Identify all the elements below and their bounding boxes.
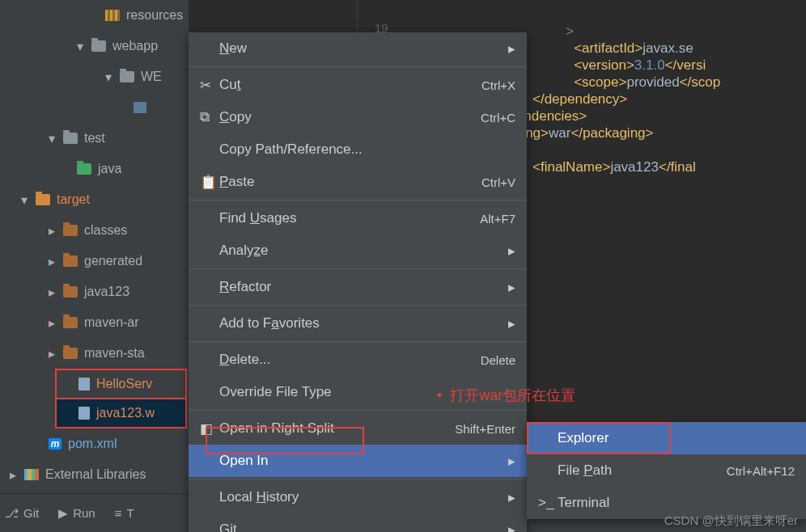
tree-item-java123[interactable]: java123	[0, 277, 189, 307]
tree-label: HelloServ	[96, 377, 152, 391]
menu-cut[interactable]: ✂CutCtrl+X	[189, 69, 527, 101]
tree-item-java123w[interactable]: java123.w	[55, 398, 187, 429]
menu-git[interactable]: Git▸	[189, 513, 527, 532]
shortcut: Ctrl+Alt+F12	[727, 464, 795, 478]
menu-copy-path[interactable]: Copy Path/Reference...	[189, 133, 527, 166]
chevron-right-icon: ▸	[508, 453, 515, 470]
chevron-right-icon	[49, 223, 58, 239]
chevron-right-icon: ▸	[508, 521, 515, 533]
tree-label: pom.xml	[68, 437, 117, 451]
tree-label: classes	[84, 223, 127, 238]
folder-icon	[91, 40, 106, 52]
resources-icon	[105, 10, 120, 21]
chevron-right-icon: ▸	[508, 489, 515, 506]
folder-icon	[63, 133, 78, 144]
folder-icon	[63, 317, 78, 328]
statusbar-run[interactable]: ▶Run	[58, 506, 95, 521]
shortcut: Ctrl+X	[481, 78, 515, 92]
menu-copy[interactable]: ⧉CopyCtrl+C	[189, 101, 527, 133]
menu-local-history[interactable]: Local History▸	[189, 481, 527, 513]
folder-icon	[63, 286, 78, 298]
chevron-right-icon	[10, 467, 19, 483]
tree-item-testjava[interactable]: java	[0, 154, 189, 184]
tree-item-classes[interactable]: classes	[0, 215, 189, 246]
tree-item-external-libs[interactable]: External Libraries	[0, 459, 189, 490]
tree-item-resources[interactable]: resources	[0, 0, 189, 31]
tree-label: maven-ar	[84, 315, 139, 330]
tree-item-mavensta[interactable]: maven-sta	[0, 338, 189, 369]
chevron-right-icon	[49, 346, 58, 361]
tree-item-webapp[interactable]: webapp	[0, 31, 189, 61]
context-menu: New▸ ✂CutCtrl+X ⧉CopyCtrl+C Copy Path/Re…	[189, 32, 527, 532]
tree-item-webxml[interactable]	[0, 92, 189, 123]
menu-analyze[interactable]: Analyze▸	[189, 234, 527, 267]
list-icon: ≡	[115, 506, 122, 520]
tree-label: java123	[84, 285, 129, 299]
terminal-icon: >_	[538, 495, 558, 511]
tree-item-helloserv[interactable]: HelloServ	[55, 369, 187, 399]
folder-icon	[36, 194, 50, 205]
chevron-right-icon	[49, 315, 58, 331]
highlight-box-explorer	[527, 422, 671, 454]
maven-icon: m	[49, 438, 62, 450]
chevron-right-icon: ▸	[508, 40, 515, 57]
cut-icon: ✂	[200, 77, 219, 94]
menu-add-favorites[interactable]: Add to Favorites▸	[189, 307, 527, 340]
folder-icon	[63, 255, 78, 267]
tree-item-generated[interactable]: generated	[0, 246, 189, 277]
chevron-down-icon	[77, 39, 87, 54]
shortcut: Alt+F7	[480, 212, 515, 226]
highlight-box-openin	[206, 427, 364, 454]
chevron-right-icon	[49, 254, 58, 269]
tree-label: target	[57, 192, 90, 207]
chevron-down-icon	[49, 131, 58, 146]
folder-icon	[77, 163, 91, 175]
chevron-right-icon: ▸	[508, 279, 515, 296]
tree-item-mavenar[interactable]: maven-ar	[0, 307, 189, 338]
chevron-right-icon: ▸	[508, 315, 515, 332]
shortcut: Delete	[481, 353, 515, 367]
tree-label: resources	[126, 8, 183, 23]
menu-delete[interactable]: Delete...Delete	[189, 344, 527, 376]
annotation-text: •打开war包所在位置	[437, 386, 575, 405]
paste-icon: 📋	[200, 174, 219, 191]
chevron-right-icon	[49, 285, 58, 300]
tree-label: External Libraries	[45, 467, 146, 482]
menu-refactor[interactable]: Refactor▸	[189, 271, 527, 303]
play-icon: ▶	[58, 506, 68, 521]
statusbar-todo[interactable]: ≡T	[115, 506, 134, 520]
shortcut: Ctrl+V	[481, 175, 515, 189]
submenu-file-path[interactable]: File PathCtrl+Alt+F12	[527, 454, 806, 487]
folder-icon	[63, 225, 78, 236]
branch-icon: ⎇	[5, 506, 19, 521]
tree-label: java	[98, 162, 121, 176]
menu-find-usages[interactable]: Find UsagesAlt+F7	[189, 202, 527, 234]
menu-paste[interactable]: 📋PasteCtrl+V	[189, 166, 527, 198]
chevron-down-icon	[105, 70, 115, 85]
code-content: > <artifactId>javax.se <version>3.1.0</v…	[532, 6, 720, 226]
menu-new[interactable]: New▸	[189, 32, 527, 65]
folder-icon	[120, 71, 134, 82]
tree-item-pom[interactable]: mpom.xml	[0, 429, 189, 459]
chevron-down-icon	[21, 192, 31, 208]
archive-icon	[78, 407, 90, 420]
tree-label: java123.w	[96, 406, 155, 420]
tree-label: WE	[141, 70, 162, 84]
tree-label: webapp	[112, 39, 158, 53]
tree-label: generated	[84, 254, 142, 268]
tree-label: test	[84, 131, 105, 146]
archive-icon	[78, 378, 90, 391]
chevron-right-icon: ▸	[508, 243, 515, 260]
tree-item-test[interactable]: test	[0, 123, 189, 154]
xml-icon	[134, 102, 146, 113]
statusbar-git[interactable]: ⎇Git	[5, 506, 39, 521]
shortcut: Shift+Enter	[455, 422, 515, 436]
tree-item-target[interactable]: target	[0, 184, 189, 215]
watermark: CSDN @快到锅里来呀er	[664, 513, 798, 529]
tree-item-webinf[interactable]: WE	[0, 61, 189, 92]
tree-label: maven-sta	[84, 346, 145, 361]
shortcut: Ctrl+C	[481, 111, 515, 125]
folder-icon	[63, 348, 78, 359]
project-tree: resources webapp WE test java target cla…	[0, 0, 189, 493]
copy-icon: ⧉	[200, 109, 219, 125]
